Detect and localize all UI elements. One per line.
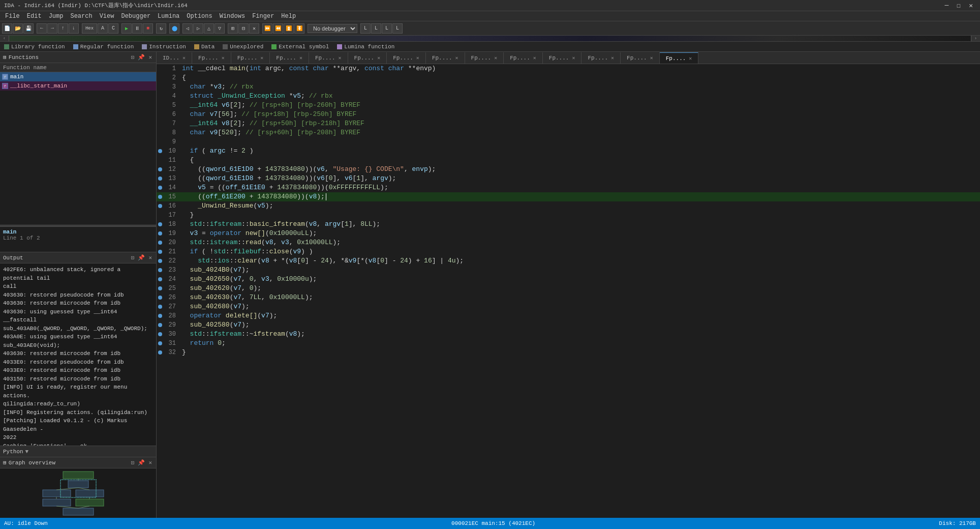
tb-up[interactable]: ↑ (58, 23, 68, 34)
code-editor[interactable]: 1 int __cdecl main(int argc, const char … (157, 64, 980, 518)
code-line-3[interactable]: 3 char *v3; // rbx (157, 82, 980, 92)
tab-fp6[interactable]: Fp.... ✕ (387, 52, 426, 64)
tab-fp4[interactable]: Fp.... ✕ (309, 52, 348, 64)
functions-pin-button[interactable]: 📌 (137, 54, 146, 61)
tab-fp4-close[interactable]: ✕ (339, 55, 342, 61)
maximize-button[interactable]: ☐ (954, 2, 964, 10)
menu-edit[interactable]: Edit (24, 12, 45, 20)
function-item-main[interactable]: f main (0, 72, 156, 81)
menu-options[interactable]: Options (183, 12, 215, 20)
code-line-22[interactable]: 22 std::ios::clear(v8 + *(v8[0] - 24), *… (157, 256, 980, 266)
tab-fp9-close[interactable]: ✕ (533, 55, 536, 61)
code-line-28[interactable]: 28 operator delete[](v7); (157, 311, 980, 320)
tb-run[interactable]: ▶ (121, 23, 132, 34)
graph-pin-button[interactable]: 📌 (137, 459, 146, 466)
code-line-29[interactable]: 29 sub_402580(v7); (157, 320, 980, 330)
tab-fp1[interactable]: Fp.... ✕ (192, 52, 231, 64)
graph-close-button[interactable]: ✕ (147, 459, 153, 466)
function-item-libc[interactable]: f __libc_start_main (0, 81, 156, 91)
code-line-2[interactable]: 2 { (157, 73, 980, 82)
code-line-14[interactable]: 14 v5 = ((off_61E1E0 + 1437834080))(0xFF… (157, 183, 980, 192)
code-line-23[interactable]: 23 sub_4024B0(v7); (157, 266, 980, 275)
tb-save[interactable]: 💾 (23, 23, 34, 34)
tab-fp7-close[interactable]: ✕ (455, 55, 458, 61)
code-line-13[interactable]: 13 ((qword_61E1D8 + 1437834080))(v6[0], … (157, 174, 980, 183)
code-line-4[interactable]: 4 struct _Unwind_Exception *v5; // rbx (157, 92, 980, 101)
tb-misc2[interactable]: ▷ (193, 23, 203, 34)
code-line-8[interactable]: 8 char v9[520]; // [rsp+60h] [rbp-208h] … (157, 128, 980, 137)
menu-windows[interactable]: Windows (217, 12, 248, 20)
tab-fp3-close[interactable]: ✕ (299, 55, 302, 61)
tab-id-close[interactable]: ✕ (182, 55, 186, 61)
output-content[interactable]: 402FE6: unbalanced stack, ignored a pote… (0, 263, 156, 446)
tb-open[interactable]: 📂 (13, 23, 23, 34)
tab-fp2-close[interactable]: ✕ (260, 55, 263, 61)
nav-right-arrow[interactable]: › (971, 36, 980, 41)
code-line-7[interactable]: 7 __int64 v8[2]; // [rsp+50h] [rbp-218h]… (157, 119, 980, 128)
code-line-31[interactable]: 31 return 0; (157, 339, 980, 348)
code-line-10[interactable]: 10 if ( argc != 2 ) (157, 146, 980, 156)
tab-fp7[interactable]: Fp.... ✕ (426, 52, 465, 64)
functions-close-button[interactable]: ✕ (147, 54, 153, 61)
code-line-24[interactable]: 24 sub_402650(v7, 0, v3, 0x10000u); (157, 275, 980, 284)
code-line-19[interactable]: 19 v3 = operator new[](0x10000uLL); (157, 229, 980, 238)
tab-fp3[interactable]: Fp.... ✕ (270, 52, 309, 64)
python-dropdown-icon[interactable]: ▼ (25, 449, 29, 455)
code-line-30[interactable]: 30 std::ifstream::~ifstream(v8); (157, 330, 980, 339)
tab-fp-active[interactable]: Fp.... ✕ (660, 52, 699, 64)
code-line-32[interactable]: 32 } (157, 348, 980, 357)
tb-debug3[interactable]: ⏫ (284, 23, 294, 34)
code-line-11[interactable]: 11 { (157, 156, 980, 165)
nav-track[interactable] (9, 36, 971, 41)
menu-lumina[interactable]: Lumina (155, 12, 182, 20)
code-line-17[interactable]: 17 } (157, 211, 980, 220)
tab-fp10-close[interactable]: ✕ (572, 55, 575, 61)
tb-debug4[interactable]: ⏬ (294, 23, 304, 34)
tab-fp5[interactable]: Fp.... ✕ (348, 52, 387, 64)
tb-search[interactable]: ⬤ (169, 23, 179, 34)
code-line-1[interactable]: 1 int __cdecl main(int argc, const char … (157, 64, 980, 73)
tb-step[interactable]: ⏸ (132, 23, 142, 34)
tab-fp9[interactable]: Fp.... ✕ (504, 52, 543, 64)
tb-misc1[interactable]: ◁ (182, 23, 193, 34)
tab-fp8[interactable]: Fp.... ✕ (465, 52, 504, 64)
code-line-26[interactable]: 26 sub_402630(v7, 7LL, 0x10000LL); (157, 293, 980, 302)
nav-left-arrow[interactable]: ‹ (0, 36, 9, 41)
menu-finger[interactable]: Finger (249, 12, 277, 20)
tab-fp8-close[interactable]: ✕ (494, 55, 497, 61)
close-button[interactable]: ✕ (966, 2, 976, 10)
tab-fp12[interactable]: Fp.... ✕ (621, 52, 660, 64)
code-line-16[interactable]: 16 _Unwind_Resume(v5); (157, 201, 980, 211)
tab-fp5-close[interactable]: ✕ (377, 55, 380, 61)
tab-fp11[interactable]: Fp.... ✕ (581, 52, 621, 64)
menu-search[interactable]: Search (67, 12, 95, 20)
code-line-6[interactable]: 6 char v7[56]; // [rsp+18h] [rbp-250h] B… (157, 110, 980, 119)
graph-canvas[interactable] (0, 468, 156, 518)
tb-stop[interactable]: ■ (143, 23, 153, 34)
tb-back[interactable]: ← (37, 23, 47, 34)
tb-misc7[interactable]: ✕ (249, 23, 259, 34)
tb-lumina2[interactable]: L (371, 23, 381, 34)
graph-detach-button[interactable]: ⊡ (130, 459, 136, 466)
menu-file[interactable]: File (2, 12, 23, 20)
tb-misc4[interactable]: ▽ (215, 23, 225, 34)
tab-fp11-close[interactable]: ✕ (611, 55, 614, 61)
code-line-5[interactable]: 5 __int64 v6[2]; // [rsp+8h] [rbp-260h] … (157, 101, 980, 110)
tab-fp-active-close[interactable]: ✕ (689, 55, 692, 62)
menu-view[interactable]: View (97, 12, 117, 20)
tb-misc3[interactable]: △ (204, 23, 214, 34)
tb-lumina4[interactable]: L (392, 23, 403, 34)
output-close-button[interactable]: ✕ (147, 254, 153, 261)
tb-down[interactable]: ↓ (69, 23, 79, 34)
tb-forward[interactable]: → (47, 23, 57, 34)
menu-help[interactable]: Help (278, 12, 299, 20)
code-line-18[interactable]: 18 std::ifstream::basic_ifstream(v8, arg… (157, 220, 980, 229)
functions-detach-button[interactable]: ⊡ (130, 54, 136, 61)
tb-debug2[interactable]: ⏪ (273, 23, 283, 34)
tab-fp1-close[interactable]: ✕ (222, 55, 225, 61)
tb-c[interactable]: C (108, 23, 118, 34)
code-line-20[interactable]: 20 std::istream::read(v8, v3, 0x10000LL)… (157, 238, 980, 247)
debugger-select[interactable]: No debugger (308, 24, 357, 33)
minimize-button[interactable]: — (942, 2, 952, 10)
tb-asm[interactable]: A (98, 23, 108, 34)
